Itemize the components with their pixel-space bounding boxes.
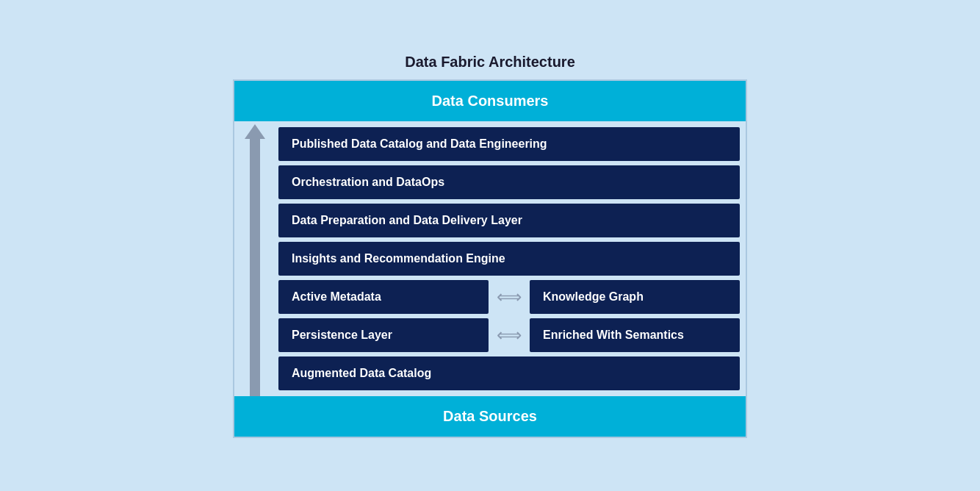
main-container: Data Fabric Architecture Data Consumers … xyxy=(233,54,747,438)
diagram: Data Consumers Published Data Catalog an… xyxy=(233,79,747,438)
arrow-up-head xyxy=(245,124,265,139)
inner-section: Published Data Catalog and Data Engineer… xyxy=(234,121,746,396)
layer-orchestration: Orchestration and DataOps xyxy=(278,165,740,199)
arrow-connector-1: ⟺ xyxy=(493,280,525,314)
arrow-connector-2: ⟺ xyxy=(493,318,525,352)
data-consumers-bar: Data Consumers xyxy=(234,81,746,121)
arrow-shaft xyxy=(250,139,260,396)
layer-published-data-catalog: Published Data Catalog and Data Engineer… xyxy=(278,127,740,161)
split-row-metadata-knowledge: Active Metadata ⟺ Knowledge Graph xyxy=(278,280,740,314)
persistence-layer-cell: Persistence Layer xyxy=(278,318,489,352)
layer-insights: Insights and Recommendation Engine xyxy=(278,242,740,276)
page-title: Data Fabric Architecture xyxy=(405,54,575,71)
layer-data-preparation: Data Preparation and Data Delivery Layer xyxy=(278,204,740,237)
knowledge-graph-cell: Knowledge Graph xyxy=(530,280,740,314)
active-metadata-cell: Active Metadata xyxy=(278,280,489,314)
split-row-persistence-enriched: Persistence Layer ⟺ Enriched With Semant… xyxy=(278,318,740,352)
layer-augmented-catalog: Augmented Data Catalog xyxy=(278,356,740,390)
enriched-semantics-cell: Enriched With Semantics xyxy=(530,318,740,352)
upward-arrow-column xyxy=(242,121,268,396)
data-sources-bar: Data Sources xyxy=(234,396,746,437)
